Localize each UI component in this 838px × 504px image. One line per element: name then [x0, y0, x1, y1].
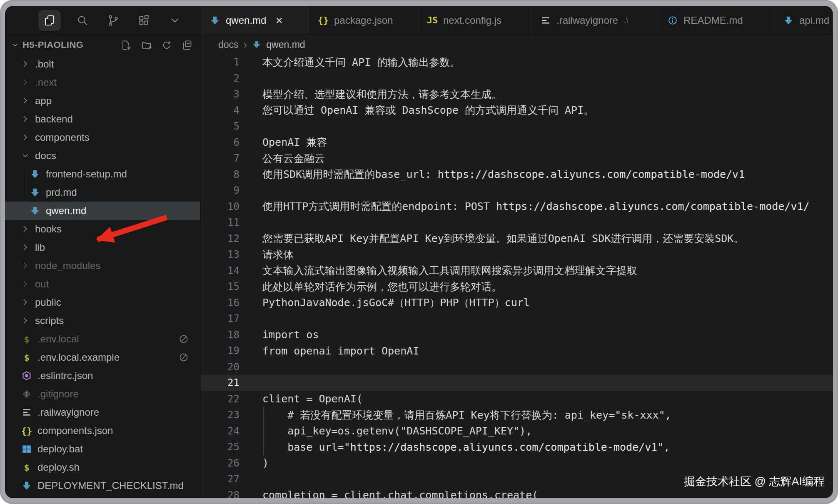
markdown-icon	[783, 15, 794, 26]
tree-folder-components[interactable]: components	[5, 128, 200, 147]
tree-folder-public[interactable]: public	[5, 293, 200, 312]
code-line-4[interactable]: 4您可以通过 OpenAI 兼容或 DashScope 的方式调用通义千问 AP…	[201, 102, 833, 119]
code-line-17[interactable]: 17	[201, 311, 833, 327]
activity-extensions-button[interactable]	[135, 11, 153, 30]
line-text[interactable]: 使用SDK调用时需配置的base_url: https://dashscope.…	[262, 167, 833, 181]
code-line-14[interactable]: 14文本输入流式输出图像输入视频输入工具调用联网搜索异步调用文档理解文字提取	[201, 263, 833, 279]
code-line-21[interactable]: 21	[201, 375, 833, 391]
tree-file-DEPLOYMENT_CHECKLIST.md[interactable]: DEPLOYMENT_CHECKLIST.md	[5, 477, 200, 495]
code-line-3[interactable]: 3模型介绍、选型建议和使用方法，请参考文本生成。	[201, 86, 833, 102]
line-text[interactable]: 您可以通过 OpenAI 兼容或 DashScope 的方式调用通义千问 API…	[262, 103, 833, 117]
tree-file-deploy.sh[interactable]: $deploy.sh	[5, 458, 200, 477]
tree-file-frontend-setup.md[interactable]: frontend-setup.md	[5, 165, 200, 183]
tree-file-.railwayignore[interactable]: .railwayignore	[5, 403, 200, 422]
code-line-2[interactable]: 2	[201, 70, 833, 87]
tab-api.md[interactable]: api.md	[774, 6, 833, 35]
url-link[interactable]: https://dashscope.aliyuncs.com/compatibl…	[438, 168, 745, 181]
code-line-15[interactable]: 15此处以单轮对话作为示例，您也可以进行多轮对话。	[201, 279, 833, 295]
line-text[interactable]: PythonJavaNode.jsGoC#（HTTP）PHP（HTTP）curl	[262, 296, 833, 309]
tree-file-.env.local.example[interactable]: $.env.local.example	[5, 348, 200, 367]
editor-pane[interactable]: docs › qwen.md 1本文介绍通义千问 API 的输入输出参数。23模…	[201, 35, 833, 498]
code-line-23[interactable]: 23 # 若没有配置环境变量，请用百炼API Key将下行替换为: api_ke…	[201, 407, 833, 423]
tree-folder-hooks[interactable]: hooks	[5, 220, 200, 238]
code-line-16[interactable]: 16PythonJavaNode.jsGoC#（HTTP）PHP（HTTP）cu…	[201, 295, 833, 311]
line-text[interactable]: import os	[262, 329, 833, 341]
tree-file-prd.md[interactable]: prd.md	[5, 183, 200, 202]
tree-file-deploy.bat[interactable]: deploy.bat	[5, 440, 200, 458]
tree-file-.gitignore[interactable]: .gitignore	[5, 385, 200, 403]
tree-folder-.next[interactable]: .next	[5, 73, 200, 92]
line-text[interactable]: 使用HTTP方式调用时需配置的endpoint: POST https://da…	[262, 200, 833, 213]
tree-file-.eslintrc.json[interactable]: .eslintrc.json	[5, 367, 200, 385]
code-line-1[interactable]: 1本文介绍通义千问 API 的输入输出参数。	[201, 54, 833, 70]
tree-file-.env.local[interactable]: $.env.local	[5, 330, 200, 348]
code-line-13[interactable]: 13请求体	[201, 247, 833, 263]
code-line-5[interactable]: 5	[201, 118, 833, 135]
code-line-26[interactable]: 26)	[201, 455, 833, 472]
close-icon[interactable]: ×	[275, 14, 283, 27]
line-text[interactable]: 您需要已获取API Key并配置API Key到环境变量。如果通过OpenAI …	[262, 232, 833, 245]
tree-folder-lib[interactable]: lib	[5, 238, 200, 257]
line-text[interactable]: 模型介绍、选型建议和使用方法，请参考文本生成。	[262, 87, 833, 101]
line-number: 17	[201, 313, 239, 324]
code-line-19[interactable]: 19from openai import OpenAI	[201, 343, 833, 359]
refresh-icon[interactable]	[161, 40, 172, 51]
line-text[interactable]: 此处以单轮对话作为示例，您也可以进行多轮对话。	[262, 280, 833, 294]
tree-file-qwen.md[interactable]: qwen.md	[5, 202, 200, 220]
tree-folder-out[interactable]: out	[5, 275, 200, 293]
activity-search-button[interactable]	[73, 11, 92, 30]
code-line-11[interactable]: 11	[201, 215, 833, 231]
line-text[interactable]: 本文介绍通义千问 API 的输入输出参数。	[262, 55, 833, 69]
tab-README.md[interactable]: README.md	[658, 6, 774, 35]
breadcrumb-file[interactable]: qwen.md	[266, 39, 305, 50]
chevron-right-icon	[21, 225, 30, 234]
line-text[interactable]: 文本输入流式输出图像输入视频输入工具调用联网搜索异步调用文档理解文字提取	[262, 264, 833, 277]
code-line-8[interactable]: 8使用SDK调用时需配置的base_url: https://dashscope…	[201, 167, 833, 183]
tree-folder-backend[interactable]: backend	[5, 110, 200, 128]
line-text[interactable]: 请求体	[262, 248, 833, 262]
tree-folder-docs[interactable]: docs	[5, 147, 200, 165]
tab-package.json[interactable]: {}package.json	[309, 6, 418, 35]
breadcrumb-folder[interactable]: docs	[218, 39, 239, 50]
line-text[interactable]: )	[262, 457, 833, 469]
code-line-18[interactable]: 18import os	[201, 327, 833, 343]
line-text[interactable]: # 若没有配置环境变量，请用百炼API Key将下行替换为: api_key="…	[262, 408, 833, 422]
url-link[interactable]: https://dashscope.aliyuncs.com/compatibl…	[496, 200, 810, 213]
new-file-icon[interactable]	[120, 40, 132, 51]
code-line-20[interactable]: 20	[201, 359, 833, 375]
code-line-22[interactable]: 22client = OpenAI(	[201, 391, 833, 407]
tree-file-components.json[interactable]: {}components.json	[5, 422, 200, 440]
line-text[interactable]: from openai import OpenAI	[262, 345, 833, 357]
collapse-all-icon[interactable]	[182, 40, 193, 51]
tab-.railwayignore[interactable]: .railwayignore.\	[531, 6, 658, 35]
tree-item-label: DEPLOYMENT_CHECKLIST.md	[37, 480, 184, 492]
tree-item-label: node_modules	[35, 260, 100, 272]
tree-folder-scripts[interactable]: scripts	[5, 312, 200, 330]
new-folder-icon[interactable]	[141, 40, 152, 51]
tree-folder-app[interactable]: app	[5, 92, 200, 110]
line-text[interactable]: completion = client.chat.completions.cre…	[262, 489, 833, 498]
chevron-down-icon	[169, 14, 181, 27]
code-line-25[interactable]: 25 base_url="https://dashscope.aliyuncs.…	[201, 439, 833, 455]
code-line-6[interactable]: 6OpenAI 兼容	[201, 135, 833, 151]
tab-qwen.md[interactable]: qwen.md×	[201, 6, 309, 35]
line-text[interactable]: client = OpenAI(	[262, 393, 833, 405]
line-text[interactable]: api_key=os.getenv("DASHSCOPE_API_KEY"),	[262, 425, 833, 437]
code-area[interactable]: 1本文介绍通义千问 API 的输入输出参数。23模型介绍、选型建议和使用方法，请…	[201, 54, 833, 498]
tree-folder-node_modules[interactable]: node_modules	[5, 257, 200, 275]
code-line-7[interactable]: 7公有云金融云	[201, 150, 833, 167]
code-line-12[interactable]: 12您需要已获取API Key并配置API Key到环境变量。如果通过OpenA…	[201, 231, 833, 247]
line-text[interactable]: OpenAI 兼容	[262, 135, 833, 149]
code-line-9[interactable]: 9	[201, 182, 833, 199]
tree-folder-.bolt[interactable]: .bolt	[5, 55, 200, 73]
activity-explorer-button[interactable]	[38, 10, 61, 31]
activity-source-control-button[interactable]	[104, 11, 122, 30]
tab-next.config.js[interactable]: JSnext.config.js	[418, 6, 531, 35]
url-link[interactable]: https://dashscope.aliyuncs.com/compatibl…	[350, 441, 658, 453]
activity-more-button[interactable]	[166, 11, 184, 30]
code-line-10[interactable]: 10使用HTTP方式调用时需配置的endpoint: POST https://…	[201, 199, 833, 215]
line-text[interactable]: 公有云金融云	[262, 152, 833, 165]
line-text[interactable]: base_url="https://dashscope.aliyuncs.com…	[262, 441, 833, 453]
code-line-24[interactable]: 24 api_key=os.getenv("DASHSCOPE_API_KEY"…	[201, 423, 833, 439]
chevron-down-icon[interactable]	[11, 41, 19, 49]
